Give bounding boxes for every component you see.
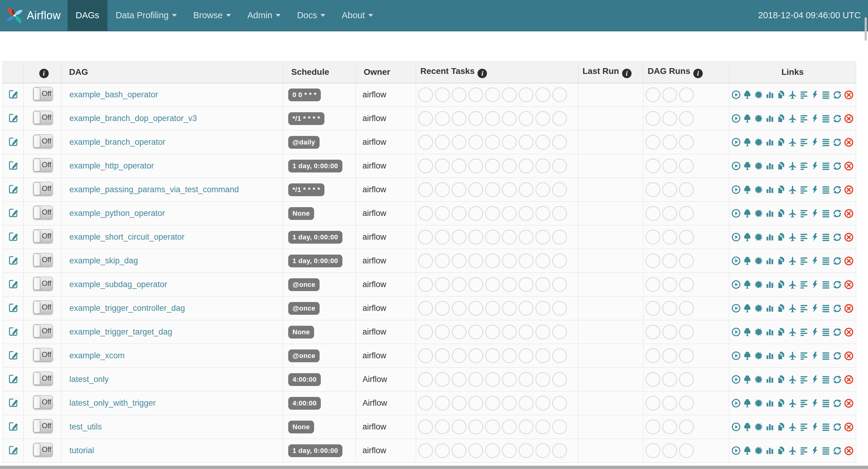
task-status-circle[interactable]	[535, 277, 550, 292]
refresh-button[interactable]	[832, 375, 842, 384]
nav-item-admin[interactable]: Admin	[239, 0, 289, 31]
task-status-circle[interactable]	[435, 159, 450, 173]
task-status-circle[interactable]	[452, 301, 467, 316]
refresh-button[interactable]	[832, 446, 842, 456]
schedule-badge[interactable]: None	[288, 207, 314, 220]
delete-dag-button[interactable]	[844, 90, 854, 100]
gantt-view-button[interactable]	[799, 422, 809, 432]
task-status-circle[interactable]	[435, 325, 450, 339]
code-view-button[interactable]	[810, 375, 819, 384]
logs-button[interactable]	[821, 185, 831, 194]
header-schedule[interactable]: Schedule	[283, 62, 356, 83]
gantt-view-button[interactable]	[799, 327, 809, 337]
dag-run-circle[interactable]	[646, 206, 660, 221]
task-status-circle[interactable]	[468, 277, 483, 292]
tasks-duration-button[interactable]	[765, 256, 775, 266]
dag-run-circle[interactable]	[679, 206, 694, 221]
task-status-circle[interactable]	[552, 277, 567, 292]
tasks-duration-button[interactable]	[765, 137, 775, 147]
dag-run-circle[interactable]	[646, 420, 660, 434]
landing-times-button[interactable]	[788, 422, 797, 432]
dag-run-circle[interactable]	[679, 135, 694, 149]
graph-view-button[interactable]	[754, 90, 763, 99]
logs-button[interactable]	[821, 327, 831, 337]
task-status-circle[interactable]	[418, 182, 433, 197]
task-status-circle[interactable]	[502, 206, 517, 221]
dag-pause-toggle[interactable]: Off	[33, 324, 53, 338]
dag-run-circle[interactable]	[679, 277, 694, 292]
code-view-button[interactable]	[810, 161, 819, 171]
nav-item-about[interactable]: About	[334, 0, 381, 31]
schedule-badge[interactable]: */1 * * * *	[288, 112, 324, 125]
task-status-circle[interactable]	[468, 230, 483, 244]
trigger-dag-button[interactable]	[731, 375, 741, 384]
edit-dag-button[interactable]	[8, 302, 18, 312]
task-status-circle[interactable]	[552, 159, 567, 173]
task-status-circle[interactable]	[535, 443, 550, 458]
dag-pause-toggle[interactable]: Off	[33, 206, 53, 219]
dag-link[interactable]: example_subdag_operator	[69, 280, 167, 289]
schedule-badge[interactable]: 1 day, 0:00:00	[288, 160, 342, 172]
gantt-view-button[interactable]	[799, 351, 809, 360]
tree-view-button[interactable]	[743, 327, 752, 337]
dag-pause-toggle[interactable]: Off	[33, 443, 53, 457]
tree-view-button[interactable]	[743, 256, 752, 266]
task-status-circle[interactable]	[418, 277, 433, 292]
task-status-circle[interactable]	[552, 420, 567, 434]
logs-button[interactable]	[821, 90, 831, 99]
task-status-circle[interactable]	[452, 420, 467, 434]
task-status-circle[interactable]	[552, 182, 567, 197]
schedule-badge[interactable]: 1 day, 0:00:00	[288, 255, 342, 267]
task-status-circle[interactable]	[435, 135, 450, 149]
logs-button[interactable]	[821, 114, 831, 123]
gantt-view-button[interactable]	[799, 375, 809, 384]
tasks-duration-button[interactable]	[765, 398, 775, 408]
task-tries-button[interactable]	[776, 351, 786, 360]
task-status-circle[interactable]	[452, 135, 467, 149]
tree-view-button[interactable]	[743, 90, 752, 99]
refresh-button[interactable]	[832, 327, 842, 337]
code-view-button[interactable]	[810, 446, 819, 455]
dag-pause-toggle[interactable]: Off	[33, 419, 53, 433]
task-status-circle[interactable]	[435, 206, 450, 221]
edit-dag-button[interactable]	[8, 278, 18, 289]
dag-run-circle[interactable]	[646, 443, 660, 458]
task-status-circle[interactable]	[435, 420, 450, 434]
refresh-button[interactable]	[832, 256, 842, 266]
graph-view-button[interactable]	[754, 446, 763, 455]
trigger-dag-button[interactable]	[731, 398, 741, 408]
horizontal-scrollbar[interactable]	[0, 466, 868, 469]
task-status-circle[interactable]	[502, 87, 517, 102]
dag-run-circle[interactable]	[679, 159, 694, 173]
landing-times-button[interactable]	[788, 398, 797, 408]
trigger-dag-button[interactable]	[731, 114, 741, 123]
delete-dag-button[interactable]	[844, 398, 854, 408]
task-status-circle[interactable]	[502, 348, 517, 363]
task-status-circle[interactable]	[418, 230, 433, 244]
schedule-badge[interactable]: 4:00:00	[288, 373, 321, 386]
task-status-circle[interactable]	[485, 111, 500, 126]
task-status-circle[interactable]	[535, 348, 550, 363]
logs-button[interactable]	[821, 304, 831, 313]
task-status-circle[interactable]	[418, 87, 433, 102]
tree-view-button[interactable]	[743, 209, 752, 218]
code-view-button[interactable]	[810, 398, 819, 408]
tree-view-button[interactable]	[743, 446, 752, 455]
task-status-circle[interactable]	[468, 87, 483, 102]
landing-times-button[interactable]	[788, 90, 797, 100]
dag-run-circle[interactable]	[662, 325, 677, 339]
schedule-badge[interactable]: 4:00:00	[288, 397, 321, 410]
schedule-badge[interactable]: @once	[288, 302, 319, 315]
dag-pause-toggle[interactable]: Off	[33, 229, 53, 243]
delete-dag-button[interactable]	[844, 114, 854, 124]
tree-view-button[interactable]	[743, 232, 752, 242]
dag-link[interactable]: example_branch_operator	[69, 137, 165, 146]
task-status-circle[interactable]	[502, 111, 517, 126]
task-status-circle[interactable]	[535, 372, 550, 387]
task-status-circle[interactable]	[418, 325, 433, 339]
landing-times-button[interactable]	[788, 256, 797, 266]
task-status-circle[interactable]	[485, 443, 500, 458]
logs-button[interactable]	[821, 232, 831, 242]
edit-dag-button[interactable]	[8, 421, 18, 431]
dag-run-circle[interactable]	[646, 182, 660, 197]
